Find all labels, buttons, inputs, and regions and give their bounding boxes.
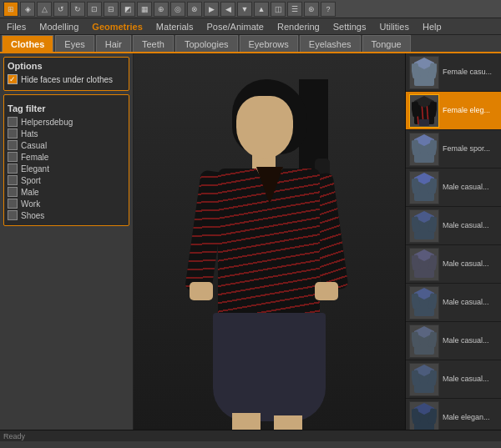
tag-elegant-label: Elegant: [21, 164, 49, 174]
toolbar-icon-5[interactable]: ⊡: [87, 2, 102, 17]
clothing-item-7[interactable]: Male casual...: [406, 322, 501, 360]
tag-elegant[interactable]: Elegant: [8, 164, 125, 174]
tab-bar: Clothes Eyes Hair Teeth Topologies Eyebr…: [0, 35, 501, 53]
char-skirt: [213, 313, 326, 421]
tag-female[interactable]: Female: [8, 152, 125, 162]
tag-filter-title: Tag filter: [8, 103, 125, 113]
toolbar-icon-18[interactable]: ⊛: [304, 2, 319, 17]
tag-helpersdebug[interactable]: Helpersdebug: [8, 117, 125, 127]
toolbar-icon-16[interactable]: ◫: [271, 2, 286, 17]
tag-filter-box: Tag filter Helpersdebug Hats Casual Fema…: [3, 94, 129, 226]
tag-shoes-checkbox[interactable]: [8, 210, 18, 220]
clothing-thumb-3: [409, 171, 439, 204]
toolbar-help[interactable]: ?: [321, 2, 336, 17]
options-title: Options: [8, 61, 125, 71]
char-leg-left: [232, 413, 261, 430]
toolbar-icon-11[interactable]: ⊗: [187, 2, 202, 17]
clothing-item-5[interactable]: Male casual...: [406, 245, 501, 284]
toolbar-icon-8[interactable]: ▦: [137, 2, 152, 17]
toolbar-icon-3[interactable]: ↺: [53, 2, 68, 17]
tag-work-checkbox[interactable]: [8, 199, 18, 209]
menu-settings[interactable]: Settings: [326, 18, 373, 34]
tag-helpersdebug-checkbox[interactable]: [8, 117, 18, 127]
clothing-label-0: Female casu...: [443, 68, 492, 78]
clothing-thumb-0: [409, 56, 439, 89]
toolbar-icon-1[interactable]: ◈: [20, 2, 35, 17]
tab-teeth[interactable]: Teeth: [133, 35, 174, 52]
menu-bar: Files Modelling Geometries Materials Pos…: [0, 18, 501, 35]
tag-helpersdebug-label: Helpersdebug: [21, 118, 73, 127]
tag-female-checkbox[interactable]: [8, 152, 18, 162]
menu-geometries[interactable]: Geometries: [85, 18, 149, 34]
tag-work[interactable]: Work: [8, 199, 125, 209]
menu-rendering[interactable]: Rendering: [271, 18, 326, 34]
tag-sport-checkbox[interactable]: [8, 175, 18, 185]
toolbar-icon-7[interactable]: ◩: [120, 2, 135, 17]
hide-faces-option[interactable]: ✓ Hide faces under clothes: [8, 74, 125, 84]
toolbar-icon-9[interactable]: ⊕: [154, 2, 169, 17]
toolbar-icon-15[interactable]: ▲: [254, 2, 269, 17]
clothing-thumb-5: [409, 248, 439, 281]
character-figure: [186, 75, 353, 409]
clothing-item-6[interactable]: Male casual...: [406, 284, 501, 322]
options-box: Options ✓ Hide faces under clothes: [3, 57, 129, 91]
viewport[interactable]: [134, 53, 405, 430]
toolbar-icon-13[interactable]: ◀: [220, 2, 235, 17]
clothing-thumb-4: [409, 209, 439, 243]
tag-male-label: Male: [21, 188, 39, 197]
menu-pose-animate[interactable]: Pose/Animate: [200, 18, 270, 34]
clothing-item-2[interactable]: Female spor...: [406, 130, 501, 169]
clothing-item-0[interactable]: Female casu...: [406, 53, 501, 92]
right-panel: Female casu... Female eleg...: [405, 53, 501, 430]
clothing-label-3: Male casual...: [443, 183, 489, 193]
clothing-label-6: Male casual...: [443, 298, 489, 308]
toolbar-icon-12[interactable]: ▶: [204, 2, 219, 17]
clothing-item-1[interactable]: Female eleg...: [406, 92, 501, 130]
tag-casual-checkbox[interactable]: [8, 140, 18, 150]
char-vneck: [256, 167, 283, 204]
clothing-thumb-2: [409, 133, 439, 166]
toolbar-icon-4[interactable]: ↻: [70, 2, 85, 17]
toolbar-icon-0[interactable]: ⊞: [3, 2, 18, 17]
tab-eyelashes[interactable]: Eyelashes: [300, 35, 361, 52]
tab-eyes[interactable]: Eyes: [55, 35, 94, 52]
tag-elegant-checkbox[interactable]: [8, 164, 18, 174]
menu-modelling[interactable]: Modelling: [33, 18, 85, 34]
clothing-thumb-9: [409, 401, 439, 430]
tag-casual-label: Casual: [21, 141, 47, 150]
toolbar-icon-6[interactable]: ⊟: [104, 2, 119, 17]
clothing-thumb-7: [409, 325, 439, 358]
menu-materials[interactable]: Materials: [149, 18, 200, 34]
toolbar-icon-2[interactable]: △: [37, 2, 52, 17]
tag-male-checkbox[interactable]: [8, 187, 18, 197]
tag-hats-checkbox[interactable]: [8, 128, 18, 138]
toolbar-icon-10[interactable]: ◎: [170, 2, 185, 17]
char-hand-right: [315, 282, 338, 300]
tag-male[interactable]: Male: [8, 187, 125, 197]
tab-topologies[interactable]: Topologies: [175, 35, 238, 52]
clothing-item-8[interactable]: Male casual...: [406, 360, 501, 399]
tab-eyebrows[interactable]: Eyebrows: [240, 35, 298, 52]
tag-shoes[interactable]: Shoes: [8, 210, 125, 220]
clothing-item-4[interactable]: Male casual...: [406, 207, 501, 245]
toolbar-icon-14[interactable]: ▼: [237, 2, 252, 17]
tag-casual[interactable]: Casual: [8, 140, 125, 150]
clothing-thumb-8: [409, 363, 439, 396]
menu-help[interactable]: Help: [416, 18, 448, 34]
clothing-item-9[interactable]: Male elegan...: [406, 399, 501, 430]
hide-faces-checkbox[interactable]: ✓: [8, 74, 18, 84]
char-leg-right: [274, 415, 302, 430]
tag-sport[interactable]: Sport: [8, 175, 125, 185]
menu-files[interactable]: Files: [0, 18, 33, 34]
menu-utilities[interactable]: Utilities: [372, 18, 415, 34]
tab-hair[interactable]: Hair: [96, 35, 131, 52]
clothing-item-3[interactable]: Male casual...: [406, 169, 501, 207]
status-bar: Ready: [0, 430, 501, 441]
tag-hats[interactable]: Hats: [8, 128, 125, 138]
main-area: Options ✓ Hide faces under clothes Tag f…: [0, 53, 501, 430]
svg-rect-11: [419, 119, 429, 126]
toolbar-icon-17[interactable]: ☰: [287, 2, 302, 17]
tab-tongue[interactable]: Tongue: [362, 35, 411, 52]
tag-female-label: Female: [21, 153, 48, 162]
tab-clothes[interactable]: Clothes: [2, 35, 53, 52]
